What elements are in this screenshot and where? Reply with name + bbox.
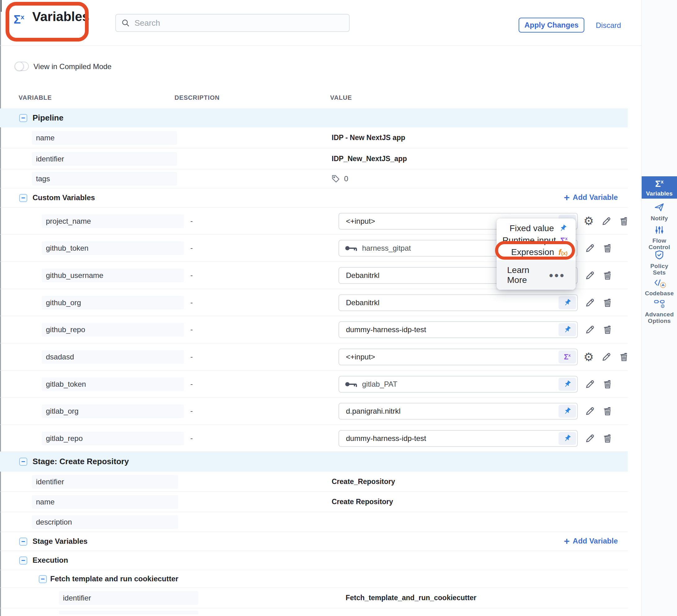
add-variable-button[interactable]: +Add Variable xyxy=(564,536,618,546)
menu-item-fixed-value[interactable]: Fixed value xyxy=(510,224,568,233)
table-row: identifierIDP_New_NextJS_app xyxy=(0,148,628,169)
variable-name: dsadasd xyxy=(42,352,74,361)
variable-value-input[interactable]: dummy-harness-idp-test xyxy=(338,430,578,447)
delete-trash-button[interactable] xyxy=(618,351,630,363)
compiled-mode-label: View in Compiled Mode xyxy=(34,62,111,71)
edit-pencil-button[interactable] xyxy=(600,215,613,228)
variable-name-pill: description xyxy=(32,515,178,529)
menu-item-expression[interactable]: Expression f(x) xyxy=(511,247,568,257)
network-gear-icon: ⚙ xyxy=(654,299,665,309)
edit-pencil-button[interactable] xyxy=(584,324,596,336)
variable-name: project_name xyxy=(42,217,91,226)
collapse-icon[interactable]: − xyxy=(19,537,27,546)
variable-value-input[interactable]: gitlab_PAT xyxy=(338,376,578,392)
variables-table: −PipelinenameIDP - New NextJS appidentif… xyxy=(0,108,628,614)
sidebar-item-variables[interactable]: Σx Variables xyxy=(642,176,677,199)
sidebar-item-advanced-options[interactable]: ⚙ Advanced Options xyxy=(642,299,677,324)
variable-description: - xyxy=(190,380,193,388)
runtime-input-badge[interactable]: Σx xyxy=(558,350,576,364)
collapse-icon[interactable]: − xyxy=(19,114,27,122)
svg-text:⚙: ⚙ xyxy=(660,303,665,309)
edit-pencil-button[interactable] xyxy=(584,296,596,309)
variable-description: - xyxy=(190,325,193,334)
fixed-value-pin-badge[interactable] xyxy=(558,405,576,418)
sidebar-item-policy-sets[interactable]: Policy Sets xyxy=(642,250,677,276)
variable-name: github_repo xyxy=(42,325,85,334)
sliders-icon xyxy=(655,225,664,235)
variable-name-pill: identifier xyxy=(32,475,178,489)
edit-pencil-button[interactable] xyxy=(584,432,596,445)
settings-gear-button[interactable]: ⚙ xyxy=(582,351,595,363)
tag-count: 0 xyxy=(344,175,348,183)
dots-icon: ●●● xyxy=(549,271,566,280)
table-row: nameCreate Repository xyxy=(0,492,628,512)
add-variable-button[interactable]: +Add Variable xyxy=(564,192,618,202)
delete-trash-button[interactable] xyxy=(601,405,614,417)
delete-trash-button[interactable] xyxy=(618,215,630,228)
compiled-mode-toggle[interactable] xyxy=(14,62,29,71)
search-icon xyxy=(121,18,130,28)
collapse-icon[interactable]: − xyxy=(19,458,27,466)
paper-plane-icon xyxy=(654,202,665,212)
page-title: Variables xyxy=(32,9,89,24)
variable-value: Create_Repository xyxy=(332,477,395,486)
sidebar-item-codebase[interactable]: Codebase xyxy=(642,278,677,296)
edit-pencil-button[interactable] xyxy=(584,242,596,254)
collapse-icon[interactable]: − xyxy=(19,194,27,202)
delete-trash-button[interactable] xyxy=(601,269,614,282)
variable-name-pill: github_username xyxy=(42,269,184,282)
variable-name: gitlab_repo xyxy=(42,434,83,443)
variable-value-input[interactable]: <+input>Σx xyxy=(338,348,578,365)
variable-value: gitlab_PAT xyxy=(358,380,397,388)
variable-value: d.panigrahi.nitrkl xyxy=(339,407,401,416)
section-band-row: −Pipeline xyxy=(0,108,628,127)
custom-variable-row: dsadasd-<+input>Σx⚙ xyxy=(0,343,628,371)
section-row: −Execution xyxy=(0,551,628,570)
menu-item-runtime-input[interactable]: Runtime input Σx xyxy=(502,236,568,245)
settings-gear-button[interactable]: ⚙ xyxy=(582,215,595,228)
search-input[interactable]: Search xyxy=(115,14,350,32)
step-section-row: −Fetch template and run cookiecutter xyxy=(0,570,628,588)
discard-button[interactable]: Discard xyxy=(596,21,621,30)
delete-trash-button[interactable] xyxy=(601,296,614,309)
pin-icon xyxy=(562,380,572,389)
menu-item-learn-more[interactable]: Learn More ●●● xyxy=(497,260,576,290)
delete-trash-button[interactable] xyxy=(601,242,614,254)
key-icon xyxy=(345,380,358,388)
value-type-menu: Fixed value Runtime input Σx Expression … xyxy=(497,219,576,290)
variable-value-input[interactable]: dummy-harness-idp-test xyxy=(338,321,578,338)
variable-value: dummy-harness-idp-test xyxy=(339,325,426,334)
section-title: Stage Variables xyxy=(33,537,87,546)
sidebar-item-notify[interactable]: Notify xyxy=(642,202,677,222)
section-band-row: −Stage: Create Repository xyxy=(0,452,628,472)
variable-name-pill: identifier xyxy=(59,591,198,605)
variable-name: identifier xyxy=(32,155,64,163)
edit-pencil-button[interactable] xyxy=(584,378,596,390)
variable-value: <+input> xyxy=(339,352,375,361)
variable-name: gitlab_org xyxy=(42,407,79,416)
fixed-value-pin-badge[interactable] xyxy=(558,432,576,445)
collapse-icon[interactable]: − xyxy=(19,557,27,565)
variable-name: identifier xyxy=(59,594,91,602)
variable-value: <+input> xyxy=(339,217,375,226)
sidebar-item-flow-control[interactable]: Flow Control xyxy=(642,225,677,250)
apply-changes-button[interactable]: Apply Changes xyxy=(518,18,584,33)
collapse-icon[interactable]: − xyxy=(39,575,47,583)
fixed-value-pin-badge[interactable] xyxy=(558,323,576,336)
fixed-value-pin-badge[interactable] xyxy=(558,296,576,309)
delete-trash-button[interactable] xyxy=(601,324,614,336)
edit-pencil-button[interactable] xyxy=(584,269,596,282)
pin-icon xyxy=(562,407,572,416)
edit-pencil-button[interactable] xyxy=(600,351,613,363)
variable-name-pill: gitlab_org xyxy=(42,405,184,418)
delete-trash-button[interactable] xyxy=(601,378,614,390)
header-divider xyxy=(0,45,641,46)
fixed-value-pin-badge[interactable] xyxy=(558,378,576,391)
delete-trash-button[interactable] xyxy=(601,432,614,445)
variable-name: tags xyxy=(32,175,50,183)
variable-name-pill: project_name xyxy=(42,215,184,228)
variable-value-input[interactable]: d.panigrahi.nitrkl xyxy=(338,403,578,420)
variable-value-input[interactable]: Debanitrkl xyxy=(338,294,578,311)
partial-next-row xyxy=(0,608,628,614)
edit-pencil-button[interactable] xyxy=(584,405,596,417)
